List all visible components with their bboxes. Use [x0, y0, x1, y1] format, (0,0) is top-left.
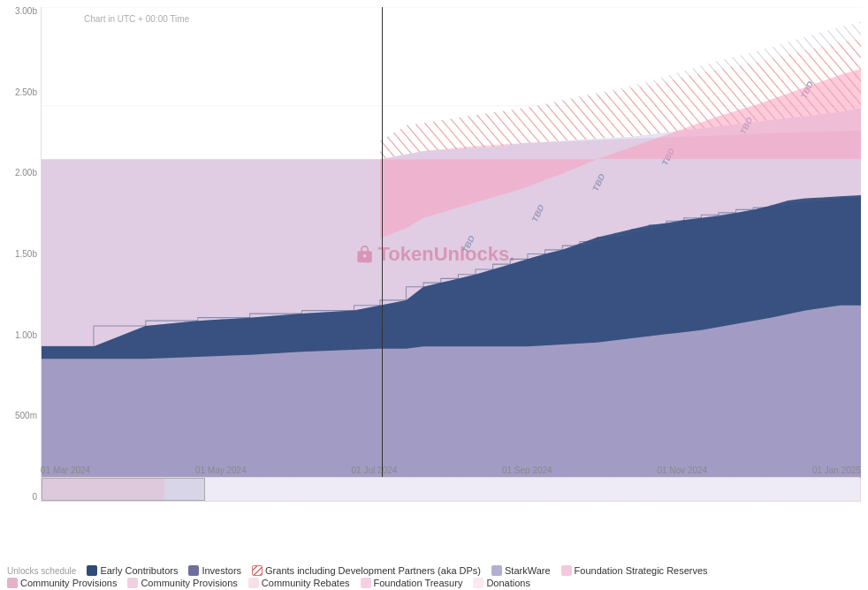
legend-label-early-contributors: Early Contributors: [100, 565, 178, 576]
legend-swatch-starkware: [491, 565, 502, 576]
legend-swatch-community-rebates: [248, 578, 259, 588]
legend-swatch-investors: [188, 565, 199, 576]
legend-swatch-donations: [473, 578, 483, 588]
legend-swatch-early-contributors: [87, 565, 97, 576]
legend-label-investors: Investors: [202, 565, 241, 576]
legend-label-donations: Donations: [486, 578, 530, 588]
legend: Unlocks schedule Early Contributors Inve…: [0, 564, 868, 590]
chart-container: 0 500m 1.00b 1.50b 2.00b 2.50b 3.00b Cha…: [0, 0, 868, 590]
legend-item-grants: Grants including Development Partners (a…: [252, 565, 481, 576]
legend-item-foundation-strategic: Foundation Strategic Reserves: [561, 565, 708, 576]
legend-item-community-provisions-1: Community Provisions: [7, 578, 117, 588]
legend-item-investors: Investors: [188, 565, 241, 576]
legend-label-foundation-treasury: Foundation Treasury: [374, 578, 463, 588]
legend-label-grants: Grants including Development Partners (a…: [265, 565, 481, 576]
legend-label-community-provisions-2: Community Provisions: [141, 578, 237, 588]
chart-area: 0 500m 1.00b 1.50b 2.00b 2.50b 3.00b Cha…: [7, 7, 861, 502]
legend-swatch-community-provisions-2: [127, 578, 138, 588]
legend-swatch-foundation-treasury: [361, 578, 371, 588]
legend-item-early-contributors: Early Contributors: [87, 565, 178, 576]
legend-row2: Community Provisions Community Provision…: [7, 578, 861, 588]
x-label-jan: 01 Jan 2025: [812, 465, 861, 475]
y-label-1b: 1.00b: [7, 331, 41, 340]
legend-item-starkware: StarkWare: [491, 565, 551, 576]
x-label-jul: 01 Jul 2024: [351, 465, 397, 475]
legend-item-donations: Donations: [473, 578, 530, 588]
logo-watermark: TokenUnlocks.: [355, 243, 515, 266]
legend-label-community-provisions-1: Community Provisions: [20, 578, 117, 588]
legend-row1: Unlocks schedule Early Contributors Inve…: [7, 565, 861, 576]
legend-swatch-community-provisions-1: [7, 578, 18, 588]
minimap[interactable]: [41, 477, 861, 502]
logo-text: TokenUnlocks.: [378, 243, 515, 266]
legend-label-starkware: StarkWare: [505, 565, 551, 576]
legend-item-community-provisions-2: Community Provisions: [127, 578, 237, 588]
y-label-2-5b: 2.50b: [7, 88, 41, 97]
lock-icon: [355, 245, 375, 264]
chart-title: Chart in UTC + 00:00 Time: [84, 14, 189, 24]
x-axis: 01 Mar 2024 01 May 2024 01 Jul 2024 01 S…: [41, 465, 861, 475]
y-label-3b: 3.00b: [7, 7, 41, 16]
legend-item-foundation-treasury: Foundation Treasury: [361, 578, 463, 588]
x-label-mar: 01 Mar 2024: [41, 465, 90, 475]
x-label-may: 01 May 2024: [195, 465, 247, 475]
legend-item-community-rebates: Community Rebates: [248, 578, 350, 588]
legend-section-label: Unlocks schedule: [7, 566, 76, 576]
legend-label-foundation-strategic: Foundation Strategic Reserves: [575, 565, 708, 576]
y-label-2b: 2.00b: [7, 169, 41, 178]
x-label-sep: 01 Sep 2024: [502, 465, 552, 475]
legend-swatch-grants: [252, 565, 263, 576]
y-label-1-5b: 1.50b: [7, 250, 41, 259]
y-label-500m: 500m: [7, 412, 41, 420]
y-axis: 0 500m 1.00b 1.50b 2.00b 2.50b 3.00b: [7, 7, 41, 502]
x-label-nov: 01 Nov 2024: [657, 465, 707, 475]
chart-plot: Chart in UTC + 00:00 Time: [41, 7, 861, 502]
minimap-handle[interactable]: [42, 478, 205, 501]
y-label-0: 0: [7, 493, 41, 502]
legend-swatch-foundation-strategic: [561, 565, 572, 576]
legend-label-community-rebates: Community Rebates: [262, 578, 350, 588]
